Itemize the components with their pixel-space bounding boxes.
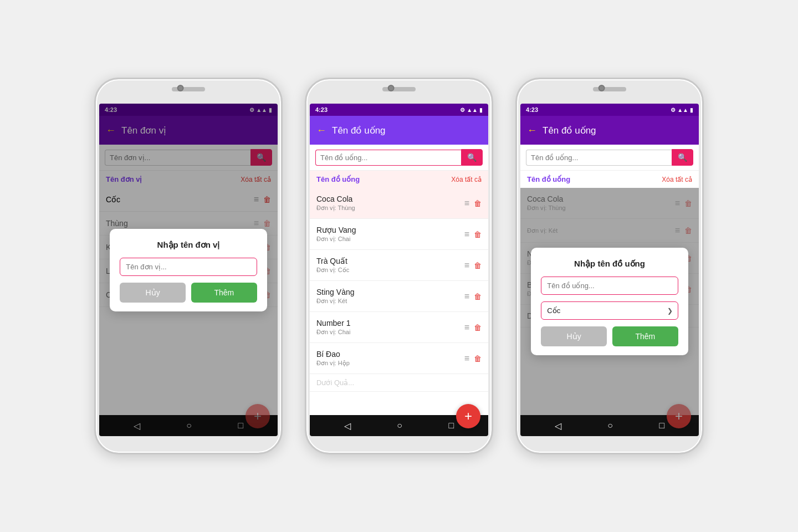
item-name: Sting Vàng [316, 288, 355, 296]
item-info: Bí Đao Đơn vị: Hộp [316, 350, 350, 367]
item-actions: ≡ 🗑 [464, 229, 482, 239]
modal-buttons-3: Hủy Thêm [541, 326, 678, 346]
wifi-icon-2: ▲▲ [467, 107, 478, 113]
status-icons-3: ⚙ ▲▲ ▮ [671, 107, 693, 113]
back-button-3[interactable]: ← [527, 125, 537, 136]
camera-3 [598, 85, 605, 91]
list-item: Dưới Quả... [310, 374, 488, 392]
cancel-button-1[interactable]: Hủy [120, 283, 186, 303]
modal-title-3: Nhập tên đồ uống [541, 259, 678, 269]
recents-nav-icon-3[interactable]: □ [659, 421, 665, 431]
time-2: 4:23 [315, 106, 328, 113]
edit-icon[interactable]: ≡ [464, 198, 469, 208]
app-bar-2: ← Tên đồ uống [310, 116, 488, 145]
search-bar-2: 🔍 [310, 145, 488, 171]
screen-3: 4:23 ⚙ ▲▲ ▮ ← Tên đồ uống 🔍 Tên đồ uống … [520, 104, 699, 436]
add-button-3[interactable]: Thêm [612, 326, 678, 346]
search-bar-3: 🔍 [520, 145, 699, 171]
back-button-2[interactable]: ← [316, 125, 326, 136]
edit-icon[interactable]: ≡ [464, 354, 469, 364]
screen-1: 4:23 ⚙ ▲▲ ▮ ← Tên đơn vị 🔍 Tên đơn vị Xó… [99, 104, 278, 436]
status-icons-2: ⚙ ▲▲ ▮ [460, 107, 483, 113]
delete-all-2[interactable]: Xóa tất cả [451, 176, 482, 183]
recents-nav-icon-2[interactable]: □ [449, 421, 454, 431]
camera-2 [388, 85, 395, 91]
list-item: Coca Cola Đơn vị: Thùng ≡ 🗑 [310, 188, 488, 219]
item-name: Trà Quất [316, 257, 349, 265]
modal-buttons-1: Hủy Thêm [120, 283, 257, 303]
item-sub: Đơn vị: Két [316, 298, 355, 305]
list-3: Coca Cola Đơn vị: Thùng ≡ 🗑 Đơn vị: Két … [520, 188, 699, 415]
item-info: Sting Vàng Đơn vị: Két [316, 288, 355, 305]
modal-input-1[interactable] [120, 258, 257, 276]
modal-input-3[interactable] [541, 277, 678, 295]
item-info: Number 1 Đơn vị: Chai [316, 319, 350, 336]
edit-icon[interactable]: ≡ [464, 291, 469, 301]
home-nav-icon-2[interactable]: ○ [397, 421, 402, 431]
app-title-2: Tên đồ uống [332, 125, 482, 136]
list-1: Cốc ≡ 🗑 Nhập tên đơn vị Hủy Thêm [99, 188, 278, 415]
back-nav-icon-3[interactable]: ◁ [555, 421, 561, 431]
unit-select-3[interactable]: Cốc Chai Thùng Két Lốc [541, 301, 678, 320]
list-item: Bí Đao Đơn vị: Hộp ≡ 🗑 [310, 343, 488, 374]
delete-icon[interactable]: 🗑 [474, 230, 482, 239]
delete-all-3[interactable]: Xóa tất cả [662, 176, 692, 183]
item-name: Rượu Vang [316, 226, 356, 234]
item-name: Bí Đao [316, 350, 350, 359]
item-info: Trà Quất Đơn vị: Cốc [316, 257, 349, 274]
item-info: Rượu Vang Đơn vị: Chai [316, 226, 356, 243]
search-input-2[interactable] [315, 150, 461, 166]
edit-icon[interactable]: ≡ [464, 323, 469, 332]
search-input-3[interactable] [526, 150, 672, 166]
search-button-2[interactable]: 🔍 [461, 149, 483, 166]
section-header-2: Tên đồ uống Xóa tất cả [310, 171, 488, 188]
edit-icon[interactable]: ≡ [464, 229, 469, 239]
section-title-2: Tên đồ uống [316, 175, 360, 183]
app-bar-3: ← Tên đồ uống [520, 116, 699, 145]
settings-icon-2: ⚙ [460, 107, 465, 113]
item-sub: Đơn vị: Hộp [316, 360, 350, 367]
delete-icon[interactable]: 🗑 [474, 354, 482, 363]
item-info: Coca Cola Đơn vị: Thùng [316, 195, 355, 212]
add-button-1[interactable]: Thêm [191, 283, 257, 303]
fab-2[interactable]: + [456, 404, 480, 428]
delete-icon[interactable]: 🗑 [474, 292, 482, 301]
list-item: Trà Quất Đơn vị: Cốc ≡ 🗑 [310, 250, 488, 281]
item-actions: ≡ 🗑 [464, 198, 482, 208]
section-header-3: Tên đồ uống Xóa tất cả [520, 171, 699, 188]
item-actions: ≡ 🗑 [464, 323, 482, 332]
item-actions: ≡ 🗑 [464, 354, 482, 364]
select-wrapper-3: Cốc Chai Thùng Két Lốc ❯ [541, 301, 678, 320]
home-nav-icon-3[interactable]: ○ [607, 421, 613, 431]
modal-1: Nhập tên đơn vị Hủy Thêm [110, 229, 267, 311]
modal-overlay-3: Nhập tên đồ uống Cốc Chai Thùng Két Lốc … [520, 188, 699, 415]
battery-icon-2: ▮ [479, 107, 483, 113]
search-button-3[interactable]: 🔍 [672, 149, 693, 166]
item-sub: Đơn vị: Thùng [316, 204, 355, 212]
list-2: Coca Cola Đơn vị: Thùng ≡ 🗑 Rượu Vang Đơ… [310, 188, 488, 415]
delete-icon[interactable]: 🗑 [474, 261, 482, 270]
list-item: Sting Vàng Đơn vị: Két ≡ 🗑 [310, 281, 488, 312]
delete-icon[interactable]: 🗑 [474, 323, 482, 332]
phone-2: 4:23 ⚙ ▲▲ ▮ ← Tên đồ uống 🔍 Tên đồ uống … [305, 78, 493, 454]
section-title-3: Tên đồ uống [527, 175, 570, 183]
phone-1: 4:23 ⚙ ▲▲ ▮ ← Tên đơn vị 🔍 Tên đơn vị Xó… [94, 78, 283, 454]
screen-2: 4:23 ⚙ ▲▲ ▮ ← Tên đồ uống 🔍 Tên đồ uống … [310, 104, 488, 436]
cancel-button-3[interactable]: Hủy [541, 326, 607, 346]
list-item: Number 1 Đơn vị: Chai ≡ 🗑 [310, 312, 488, 343]
status-bar-3: 4:23 ⚙ ▲▲ ▮ [520, 104, 699, 116]
status-bar-2: 4:23 ⚙ ▲▲ ▮ [310, 104, 488, 116]
settings-icon-3: ⚙ [671, 107, 676, 113]
list-item: Rượu Vang Đơn vị: Chai ≡ 🗑 [310, 219, 488, 250]
item-name: Coca Cola [316, 195, 355, 203]
time-3: 4:23 [526, 106, 538, 113]
edit-icon[interactable]: ≡ [464, 260, 469, 270]
app-title-3: Tên đồ uống [543, 125, 692, 136]
modal-overlay-1: Nhập tên đơn vị Hủy Thêm [99, 188, 278, 415]
item-sub: Đơn vị: Chai [316, 236, 356, 243]
delete-icon[interactable]: 🗑 [474, 199, 482, 208]
item-sub: Đơn vị: Chai [316, 329, 350, 336]
back-nav-icon-2[interactable]: ◁ [344, 421, 351, 431]
phone-3: 4:23 ⚙ ▲▲ ▮ ← Tên đồ uống 🔍 Tên đồ uống … [515, 78, 704, 454]
item-name: Number 1 [316, 319, 350, 328]
